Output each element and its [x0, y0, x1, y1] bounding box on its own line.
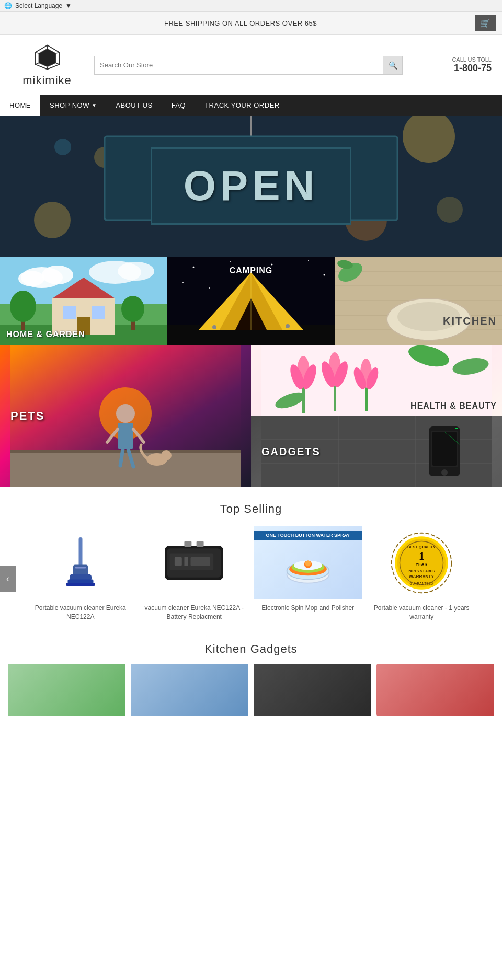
- category-row-2: PETS: [0, 345, 502, 487]
- category-kitchen[interactable]: KITCHEN: [335, 257, 502, 345]
- category-health-beauty[interactable]: HEALTH & BEAUTY: [251, 345, 502, 416]
- product-card-2[interactable]: vacuum cleaner Eureka NEC122A - Battery …: [140, 526, 249, 621]
- logo-text: mikimike: [22, 74, 72, 87]
- nav-item-home[interactable]: HOME: [0, 95, 40, 116]
- svg-rect-110: [185, 557, 188, 566]
- search-input[interactable]: [95, 56, 383, 74]
- category-gadgets-label: GADGETS: [261, 445, 321, 457]
- phone-area: CALL US TOLL 1-800-75: [413, 56, 492, 74]
- search-button[interactable]: 🔍: [383, 56, 402, 74]
- products-row: Portable vacuum cleaner Eureka NEC122A: [8, 526, 494, 621]
- svg-rect-100: [78, 537, 82, 567]
- nav-item-faq[interactable]: FAQ: [162, 95, 196, 116]
- product-card-1[interactable]: Portable vacuum cleaner Eureka NEC122A: [26, 526, 135, 621]
- svg-rect-104: [66, 583, 95, 586]
- category-home-garden-label: HOME & GARDEN: [6, 330, 85, 339]
- kitchen-item-2[interactable]: [131, 664, 248, 719]
- svg-rect-27: [63, 306, 76, 319]
- product-title-2: vacuum cleaner Eureka NEC122A - Battery …: [140, 604, 249, 621]
- svg-point-33: [121, 296, 144, 322]
- product-title-1: Portable vacuum cleaner Eureka NEC122A: [26, 604, 135, 621]
- svg-rect-97: [455, 428, 458, 429]
- kitchen-gadgets-title: Kitchen Gadgets: [0, 632, 502, 664]
- phone-number: 1-800-75: [413, 63, 492, 74]
- logo-icon: [33, 43, 62, 72]
- svg-marker-1: [39, 49, 56, 67]
- svg-line-4: [56, 63, 59, 65]
- svg-point-96: [441, 469, 448, 476]
- phone-label: CALL US TOLL: [413, 56, 492, 63]
- category-pets-label: PETS: [10, 409, 44, 423]
- svg-point-72: [161, 450, 172, 460]
- product-image-3: ONE TOUCH BUTTON WATER SPRAY: [254, 526, 362, 599]
- svg-rect-109: [175, 557, 182, 566]
- search-area[interactable]: 🔍: [94, 56, 403, 75]
- svg-line-3: [56, 52, 59, 53]
- svg-point-14: [437, 197, 463, 223]
- nav-item-shop[interactable]: SHOP NOW ▼: [40, 95, 106, 116]
- category-camping[interactable]: CAMPING: [167, 257, 335, 345]
- svg-line-6: [35, 63, 38, 65]
- svg-point-42: [209, 287, 210, 289]
- carousel-prev-button[interactable]: ‹: [0, 566, 16, 592]
- svg-rect-66: [118, 423, 133, 449]
- svg-rect-112: [185, 541, 192, 547]
- cart-button[interactable]: 🛒: [475, 15, 496, 31]
- svg-point-36: [230, 261, 231, 262]
- product-card-3[interactable]: ONE TOUCH BUTTON WATER SPRAY: [254, 526, 362, 621]
- svg-point-22: [118, 262, 154, 281]
- svg-point-10: [34, 202, 71, 238]
- category-home-garden[interactable]: HOME & GARDEN: [0, 257, 167, 345]
- product-image-1: [26, 526, 135, 599]
- mop-label: ONE TOUCH BUTTON WATER SPRAY: [254, 531, 362, 540]
- kitchen-gadgets-section: Kitchen Gadgets: [0, 632, 502, 719]
- svg-point-49: [286, 324, 290, 328]
- svg-rect-105: [75, 567, 86, 569]
- category-camping-label: CAMPING: [167, 266, 335, 275]
- top-bar-right: 🛒: [475, 15, 496, 31]
- kitchen-img-2: [131, 664, 248, 716]
- product-title-4: Portable vacuum cleaner - 1 years warran…: [368, 604, 476, 621]
- logo-area[interactable]: mikimike: [10, 43, 84, 87]
- category-kitchen-label: KITCHEN: [443, 315, 497, 327]
- svg-rect-111: [191, 557, 210, 566]
- kitchen-item-3[interactable]: [254, 664, 371, 719]
- product-image-4: BEST QUALITY 1 YEAR PARTS & LABOR WARRAN…: [368, 526, 476, 599]
- category-pets[interactable]: PETS: [0, 345, 251, 487]
- category-gadgets[interactable]: GADGETS: [251, 416, 502, 487]
- translate-globe-icon: 🌐: [4, 2, 12, 9]
- svg-rect-28: [92, 306, 105, 319]
- svg-text:YEAR: YEAR: [416, 562, 428, 567]
- translate-label: Select Language: [15, 2, 62, 9]
- header: mikimike 🔍 CALL US TOLL 1-800-75: [0, 35, 502, 95]
- kitchen-item-4[interactable]: [376, 664, 494, 719]
- top-selling-section: Top Selling ‹: [0, 487, 502, 632]
- svg-line-7: [35, 52, 38, 53]
- svg-rect-64: [10, 450, 241, 453]
- svg-point-48: [212, 325, 216, 329]
- svg-text:1: 1: [419, 550, 424, 562]
- nav-item-track[interactable]: TRACK YOUR ORDER: [195, 95, 289, 116]
- kitchen-img-4: [376, 664, 494, 716]
- hero-text: OPEN: [184, 163, 319, 209]
- hero-banner: OPEN: [0, 116, 502, 257]
- kitchen-item-1[interactable]: [8, 664, 126, 719]
- svg-text:PARTS & LABOR: PARTS & LABOR: [408, 569, 436, 573]
- nav-item-about[interactable]: ABOUT US: [106, 95, 162, 116]
- svg-point-65: [116, 404, 135, 423]
- mop-image-container: ONE TOUCH BUTTON WATER SPRAY: [254, 526, 362, 599]
- product-image-2: [140, 526, 249, 599]
- translate-arrow-icon: ▼: [65, 2, 72, 9]
- category-right-column: HEALTH & BEAUTY: [251, 345, 502, 487]
- product-title-3: Electronic Spin Mop and Polisher: [261, 604, 354, 613]
- svg-text:WARRANTY: WARRANTY: [409, 574, 434, 579]
- translate-bar[interactable]: 🌐 Select Language ▼: [0, 0, 502, 12]
- svg-text:GUARANTEED: GUARANTEED: [410, 582, 433, 585]
- svg-text:BEST QUALITY: BEST QUALITY: [407, 545, 436, 549]
- svg-rect-98: [432, 432, 457, 466]
- product-card-4[interactable]: BEST QUALITY 1 YEAR PARTS & LABOR WARRAN…: [368, 526, 476, 621]
- category-row-1: HOME & GARDEN: [0, 257, 502, 345]
- products-carousel: ‹: [0, 526, 502, 632]
- vacuum1-svg: [62, 529, 99, 597]
- svg-point-13: [54, 139, 71, 155]
